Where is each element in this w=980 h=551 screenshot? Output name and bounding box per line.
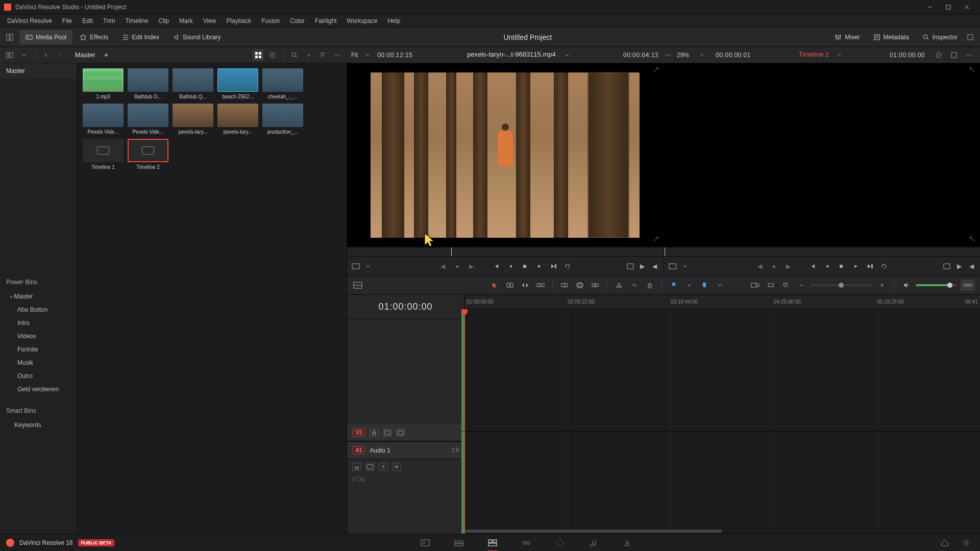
razor-icon[interactable] [614,280,625,291]
match-frame-button-icon[interactable] [942,262,951,271]
chevron-down-icon[interactable] [18,49,30,61]
link-icon[interactable] [629,280,640,291]
close-button[interactable] [958,1,976,13]
search-icon[interactable] [289,49,300,61]
in-out-icon[interactable]: ◀ [967,262,976,271]
chevron-down-icon[interactable] [362,49,373,61]
timeline-view-options-icon[interactable] [352,280,363,291]
prev-clip-icon[interactable]: ◀ [438,262,448,271]
timeline-search-icon[interactable] [750,280,761,291]
options-icon[interactable] [964,49,975,61]
viewer-mode-icon[interactable] [351,262,360,271]
program-scrubber[interactable] [664,247,981,256]
panel-inspector[interactable]: Inspector [916,30,964,44]
media-clip[interactable]: 1.mp3 [83,68,124,99]
match-frame-icon[interactable] [652,236,660,244]
options-icon[interactable] [663,49,674,61]
nav-deliver-icon[interactable] [621,536,634,549]
flag-icon[interactable] [668,280,679,291]
program-timecode[interactable]: 01:00:00:00 [886,52,929,59]
program-canvas[interactable] [664,63,981,247]
program-timeline-name[interactable]: Timeline 2 [796,51,832,58]
chevron-down-icon[interactable] [696,49,707,61]
source-timecode[interactable]: 00:00:04:13 [619,52,663,59]
marker-icon[interactable] [699,280,710,291]
in-out-icon[interactable]: ◀ [650,262,659,271]
sidebar-smartbin-item[interactable]: Keywords [0,418,77,432]
breadcrumb-master[interactable]: Master [69,51,102,59]
sidebar-bin-item[interactable]: Abo Button [0,303,77,316]
media-clip[interactable]: beach-2562... [217,68,258,99]
sidebar-bin-item[interactable]: Intro [0,316,77,330]
media-clip[interactable]: Pexels Vide... [128,104,168,135]
chevron-down-icon[interactable] [714,280,725,291]
sidebar-powerbins-header[interactable]: Power Bins [0,274,77,290]
fullscreen-icon[interactable] [965,32,976,43]
chevron-down-icon[interactable] [561,49,573,61]
menu-mark[interactable]: Mark [174,14,198,27]
zoom-out-icon[interactable] [780,280,792,291]
sidebar-master-bin[interactable]: Master [0,63,77,79]
track-badge-a1[interactable]: A1 [352,446,365,455]
source-fit-dropdown[interactable]: Fit [347,52,362,59]
mute-button[interactable]: M [392,463,401,471]
zoom-plus-icon[interactable]: + [876,280,888,291]
overwrite-clip-icon[interactable] [574,280,585,291]
nav-back-icon[interactable] [40,49,52,61]
loop-icon[interactable] [563,262,572,271]
panel-effects[interactable]: Effects [74,30,114,44]
menu-fusion[interactable]: Fusion [256,14,285,27]
media-clip[interactable]: Pexels Vide... [83,104,124,135]
trim-tool-icon[interactable] [504,280,516,291]
timeline-hscroll[interactable] [464,529,980,534]
panel-mixer[interactable]: Mixer [828,30,866,44]
panel-metadata[interactable]: Metadata [867,30,915,44]
menu-workspace[interactable]: Workspace [342,14,383,27]
solo-button[interactable]: S [379,463,388,471]
zoom-minus-icon[interactable]: − [796,280,807,291]
zoom-slider[interactable] [811,285,872,286]
dim-toggle[interactable]: DIM [961,280,975,291]
minimize-button[interactable] [921,1,939,13]
nav-color-icon[interactable] [553,536,567,549]
bypass-icon[interactable] [933,49,944,61]
sidebar-smartbins-header[interactable]: Smart Bins [0,403,77,418]
viewer-mode-icon[interactable] [668,262,677,271]
blade-tool-icon[interactable] [535,280,546,291]
menu-file[interactable]: File [57,14,77,27]
chevron-down-icon[interactable] [834,49,845,61]
audio-track-header[interactable]: A1 Audio 1 2.0 [347,442,464,459]
playhead[interactable] [464,309,465,534]
media-clip[interactable]: Timeline 2 [128,139,168,170]
replace-clip-icon[interactable] [590,280,601,291]
layout-preset-icon[interactable] [4,32,15,43]
lock-icon[interactable] [644,280,655,291]
match-frame-button-icon[interactable] [626,262,635,271]
sidebar-bin-item[interactable]: Fortnite [0,343,77,356]
panel-edit-index[interactable]: Edit Index [116,30,165,44]
source-scrubber[interactable] [347,247,664,256]
selection-tool-icon[interactable] [489,280,500,291]
nav-fusion-icon[interactable] [520,536,533,549]
list-view-icon[interactable] [267,49,278,61]
media-clip[interactable]: cheetah_-_... [262,68,303,99]
chevron-down-icon[interactable] [680,262,690,271]
media-clip[interactable]: pexels-tary... [173,104,213,135]
nav-edit-icon[interactable] [486,536,499,549]
options-icon[interactable] [332,49,343,61]
sort-icon[interactable] [317,49,329,61]
sidebar-bin-item[interactable]: Musik [0,356,77,369]
dynamic-trim-icon[interactable] [520,280,531,291]
prev-clip-icon[interactable]: ◀ [755,262,764,271]
chevron-down-icon[interactable] [303,49,314,61]
match-frame-icon[interactable] [969,236,977,244]
timeline-timecode[interactable]: 01:00:00:00 [347,295,464,319]
volume-slider[interactable] [916,284,957,286]
match-frame-icon[interactable] [652,66,660,74]
home-icon[interactable] [938,536,951,549]
bin-view-icon[interactable] [4,49,15,61]
menu-davinci[interactable]: DaVinci Resolve [2,14,57,27]
timeline-ruler[interactable]: 01:00:00:00 02:08:22:00 03:16:44:00 04:2… [464,295,980,309]
first-frame-icon[interactable] [492,262,501,271]
insert-clip-icon[interactable] [559,280,570,291]
